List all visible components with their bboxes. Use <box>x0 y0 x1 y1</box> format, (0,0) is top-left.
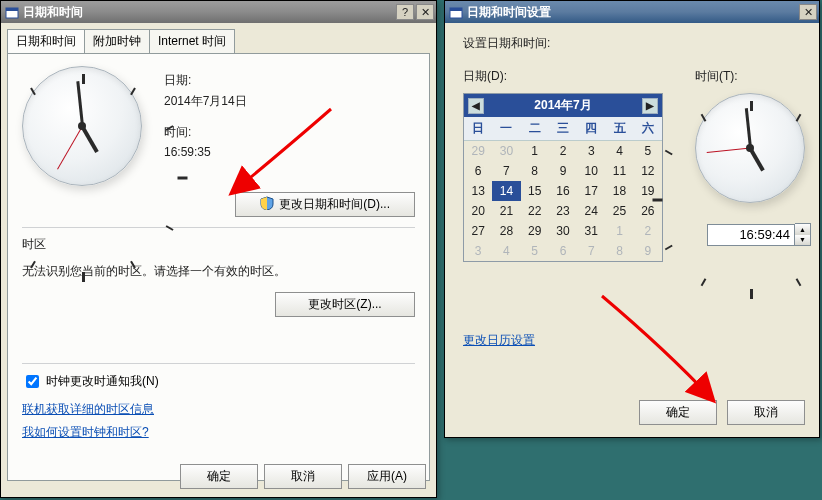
tab-panel: 日期: 2014年7月14日 时间: 16:59:35 更改日期和时间(D)..… <box>7 53 430 481</box>
cal-day-cell[interactable]: 8 <box>605 241 633 261</box>
time-input[interactable] <box>707 224 795 246</box>
cal-day-cell[interactable]: 17 <box>577 181 605 201</box>
ok-button[interactable]: 确定 <box>180 464 258 489</box>
cal-day-cell[interactable]: 11 <box>605 161 633 181</box>
cal-day-cell[interactable]: 15 <box>521 181 549 201</box>
cal-day-cell[interactable]: 16 <box>549 181 577 201</box>
calendar[interactable]: ◀ 2014年7月 ▶ 日 一 二 三 四 五 六 29301234567891… <box>463 93 663 262</box>
cal-day-cell[interactable]: 3 <box>464 241 492 261</box>
cal-day-cell[interactable]: 29 <box>464 141 492 161</box>
close-button[interactable]: ✕ <box>799 4 817 20</box>
cal-day-cell[interactable]: 5 <box>521 241 549 261</box>
cal-next-button[interactable]: ▶ <box>642 98 658 114</box>
tz-message: 无法识别您当前的时区。请选择一个有效的时区。 <box>22 263 415 280</box>
svg-rect-3 <box>450 8 462 11</box>
cal-week-row: 293012345 <box>464 141 662 161</box>
cal-day-cell[interactable]: 20 <box>464 201 492 221</box>
datetime-window: 日期和时间 ? ✕ 日期和时间 附加时钟 Internet 时间 日期: 201… <box>0 0 437 498</box>
link-tz-info[interactable]: 联机获取详细的时区信息 <box>22 402 154 416</box>
cal-day-cell[interactable]: 30 <box>492 141 520 161</box>
time-value: 16:59:35 <box>164 145 247 159</box>
window-title: 日期和时间 <box>23 4 394 21</box>
time-spin-down[interactable]: ▼ <box>795 235 810 246</box>
cal-day-cell[interactable]: 21 <box>492 201 520 221</box>
analog-clock <box>22 66 142 186</box>
help-button[interactable]: ? <box>396 4 414 20</box>
cancel-button[interactable]: 取消 <box>264 464 342 489</box>
cal-day-cell[interactable]: 27 <box>464 221 492 241</box>
cal-day-cell[interactable]: 3 <box>577 141 605 161</box>
cal-week-row: 13141516171819 <box>464 181 662 201</box>
cal-day-cell[interactable]: 24 <box>577 201 605 221</box>
cal-day-cell[interactable]: 6 <box>464 161 492 181</box>
cal-day-cell[interactable]: 28 <box>492 221 520 241</box>
set-datetime-label: 设置日期和时间: <box>463 35 801 52</box>
cal-dow-row: 日 一 二 三 四 五 六 <box>464 117 662 141</box>
apply-button[interactable]: 应用(A) <box>348 464 426 489</box>
cal-week-row: 6789101112 <box>464 161 662 181</box>
tab-additional-clocks[interactable]: 附加时钟 <box>84 29 150 53</box>
titlebar[interactable]: 日期和时间 ? ✕ <box>1 1 436 23</box>
notify-checkbox-input[interactable] <box>26 375 39 388</box>
close-button[interactable]: ✕ <box>416 4 434 20</box>
cancel-button[interactable]: 取消 <box>727 400 805 425</box>
cal-day-cell[interactable]: 30 <box>549 221 577 241</box>
tab-datetime[interactable]: 日期和时间 <box>7 29 85 53</box>
svg-rect-1 <box>6 8 18 11</box>
cal-day-cell[interactable]: 31 <box>577 221 605 241</box>
calendar-icon <box>5 5 19 19</box>
calendar-icon <box>449 5 463 19</box>
cal-day-cell[interactable]: 14 <box>492 181 520 201</box>
cal-day-cell[interactable]: 8 <box>521 161 549 181</box>
cal-day-cell[interactable]: 7 <box>492 161 520 181</box>
cal-day-cell[interactable]: 6 <box>549 241 577 261</box>
cal-day-cell[interactable]: 26 <box>634 201 662 221</box>
cal-day-cell[interactable]: 29 <box>521 221 549 241</box>
cal-day-cell[interactable]: 7 <box>577 241 605 261</box>
time-spinner[interactable]: ▲ ▼ <box>707 223 811 246</box>
shield-icon <box>260 196 274 210</box>
cal-week-row: 20212223242526 <box>464 201 662 221</box>
cal-day-cell[interactable]: 9 <box>634 241 662 261</box>
cal-prev-button[interactable]: ◀ <box>468 98 484 114</box>
change-timezone-button[interactable]: 更改时区(Z)... <box>275 292 415 317</box>
date-label: 日期: <box>164 72 247 89</box>
cal-day-cell[interactable]: 18 <box>605 181 633 201</box>
cal-day-cell[interactable]: 4 <box>605 141 633 161</box>
time-field-label: 时间(T): <box>695 68 811 85</box>
cal-day-cell[interactable]: 4 <box>492 241 520 261</box>
tabstrip: 日期和时间 附加时钟 Internet 时间 <box>7 29 430 53</box>
titlebar[interactable]: 日期和时间设置 ✕ <box>445 1 819 23</box>
cal-month-label: 2014年7月 <box>484 97 642 114</box>
cal-day-cell[interactable]: 1 <box>605 221 633 241</box>
change-datetime-button[interactable]: 更改日期和时间(D)... <box>235 192 415 217</box>
time-spin-up[interactable]: ▲ <box>795 224 810 235</box>
cal-day-cell[interactable]: 25 <box>605 201 633 221</box>
cal-day-cell[interactable]: 23 <box>549 201 577 221</box>
ok-button[interactable]: 确定 <box>639 400 717 425</box>
date-field-label: 日期(D): <box>463 68 669 85</box>
cal-day-cell[interactable]: 2 <box>549 141 577 161</box>
window-title: 日期和时间设置 <box>467 4 797 21</box>
cal-day-cell[interactable]: 2 <box>634 221 662 241</box>
cal-week-row: 3456789 <box>464 241 662 261</box>
cal-day-cell[interactable]: 5 <box>634 141 662 161</box>
datetime-settings-window: 日期和时间设置 ✕ 设置日期和时间: 日期(D): ◀ 2014年7月 ▶ 日 … <box>444 0 820 438</box>
cal-day-cell[interactable]: 10 <box>577 161 605 181</box>
tz-heading: 时区 <box>22 236 415 253</box>
date-value: 2014年7月14日 <box>164 93 247 110</box>
cal-day-cell[interactable]: 9 <box>549 161 577 181</box>
link-calendar-settings[interactable]: 更改日历设置 <box>463 333 535 347</box>
cal-week-row: 272829303112 <box>464 221 662 241</box>
cal-day-cell[interactable]: 1 <box>521 141 549 161</box>
cal-day-cell[interactable]: 12 <box>634 161 662 181</box>
time-label: 时间: <box>164 124 247 141</box>
analog-clock <box>695 93 805 203</box>
notify-checkbox[interactable]: 时钟更改时通知我(N) <box>22 372 415 391</box>
tab-internet-time[interactable]: Internet 时间 <box>149 29 235 53</box>
cal-day-cell[interactable]: 13 <box>464 181 492 201</box>
cal-day-cell[interactable]: 22 <box>521 201 549 221</box>
link-howto[interactable]: 我如何设置时钟和时区? <box>22 425 149 439</box>
